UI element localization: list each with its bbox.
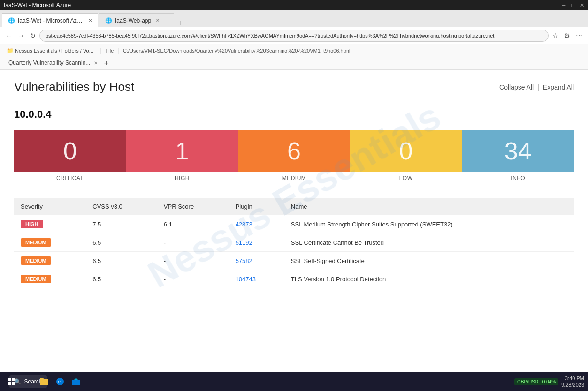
title-bar: IaaS-Wet - Microsoft Azure ─ □ ✕ (0, 0, 588, 10)
plugin-link-2[interactable]: 57582 (236, 257, 252, 264)
col-plugin: Plugin (229, 198, 284, 215)
bookmark-button[interactable]: ☆ (550, 31, 560, 40)
page-title: Vulnerabilities by Host (14, 80, 134, 94)
cell-name-1: SSL Certificate Cannot Be Trusted (284, 233, 574, 252)
cell-vpr-2: - (157, 252, 229, 270)
severity-badge-3: MEDIUM (21, 275, 51, 283)
browser-chrome: IaaS-Wet - Microsoft Azure ─ □ ✕ 🌐 IaaS-… (0, 0, 588, 70)
new-tab-button[interactable]: + (175, 19, 185, 27)
table-row: HIGH 7.5 6.1 42873 SSL Medium Strength C… (14, 215, 574, 233)
table-row: MEDIUM 6.5 - 104743 TLS Version 1.0 Prot… (14, 270, 574, 288)
info-box: 34 (462, 130, 574, 172)
address-bar-row: ← → ↻ ☆ ⚙ ⋯ (0, 27, 588, 44)
cell-plugin-0[interactable]: 42873 (229, 215, 284, 233)
low-count: 0 (399, 137, 413, 165)
table-header-row: Severity CVSS v3.0 VPR Score Plugin Name (14, 198, 574, 215)
cell-vpr-0: 6.1 (157, 215, 229, 233)
plugin-link-3[interactable]: 104743 (236, 276, 256, 283)
cell-cvss-3: 6.5 (86, 270, 157, 288)
table-row: MEDIUM 6.5 - 57582 SSL Self-Signed Certi… (14, 252, 574, 270)
severity-card-high: 1 HIGH (126, 130, 238, 184)
col-name: Name (284, 198, 574, 215)
severity-cards: 0 CRITICAL 1 HIGH 6 MEDIUM 0 LOW (14, 130, 574, 184)
forward-button[interactable]: → (16, 31, 26, 40)
cell-severity-2: MEDIUM (14, 252, 86, 270)
severity-card-info: 34 INFO (462, 130, 574, 184)
vulnerability-table: Severity CVSS v3.0 VPR Score Plugin Name… (14, 198, 574, 288)
sec-tab-0[interactable]: Quarterly Vulnerability Scannin... ✕ (4, 58, 102, 68)
critical-count: 0 (63, 137, 77, 165)
col-vpr: VPR Score (157, 198, 229, 215)
cell-vpr-3: - (157, 270, 229, 288)
host-ip: 10.0.0.4 (14, 108, 574, 120)
tab-bar: 🌐 IaaS-Wet - Microsoft Azure ✕ 🌐 IaaS-We… (0, 10, 588, 27)
bookmark-nessus[interactable]: 📁 Nessus Essentials / Folders / Vo... (4, 46, 96, 55)
extensions-button[interactable]: ⚙ (562, 31, 572, 40)
back-button[interactable]: ← (4, 31, 14, 40)
tab-close-inactive[interactable]: ✕ (156, 18, 160, 23)
tab-label-inactive: IaaS-Web-app (115, 17, 151, 24)
severity-card-low: 0 LOW (350, 130, 462, 184)
more-button[interactable]: ⋯ (574, 31, 584, 40)
tab-label-active: IaaS-Wet - Microsoft Azure (18, 17, 84, 24)
cell-name-3: TLS Version 1.0 Protocol Detection (284, 270, 574, 288)
tab-inactive[interactable]: 🌐 IaaS-Web-app ✕ (99, 13, 174, 27)
medium-box: 6 (238, 130, 350, 172)
sec-tab-close[interactable]: ✕ (94, 60, 98, 66)
severity-card-critical: 0 CRITICAL (14, 130, 126, 184)
high-count: 1 (175, 137, 189, 165)
table-body: HIGH 7.5 6.1 42873 SSL Medium Strength C… (14, 215, 574, 288)
medium-label: MEDIUM (282, 172, 306, 184)
tab-close-active[interactable]: ✕ (88, 18, 92, 23)
cell-name-0: SSL Medium Strength Cipher Suites Suppor… (284, 215, 574, 233)
sec-tab-label: Quarterly Vulnerability Scannin... (8, 60, 90, 66)
low-box: 0 (350, 130, 462, 172)
critical-box: 0 (14, 130, 126, 172)
file-indicator: File (106, 48, 114, 53)
plugin-link-1[interactable]: 51192 (236, 239, 252, 246)
info-label: INFO (511, 172, 525, 184)
cell-name-2: SSL Self-Signed Certificate (284, 252, 574, 270)
plugin-link-0[interactable]: 42873 (236, 221, 252, 228)
col-severity: Severity (14, 198, 86, 215)
main-content: Vulnerabilities by Host Collapse All | E… (0, 70, 588, 312)
severity-badge-2: MEDIUM (21, 256, 51, 265)
critical-label: CRITICAL (56, 172, 84, 184)
high-label: HIGH (175, 172, 190, 184)
header-controls: Collapse All | Expand All (499, 83, 574, 91)
cell-cvss-2: 6.5 (86, 252, 157, 270)
file-path: C:/Users/VM1-SEG/Downloads/Quarterly%20V… (123, 48, 350, 53)
bookmarks-bar: 📁 Nessus Essentials / Folders / Vo... | … (0, 44, 588, 57)
tab-active[interactable]: 🌐 IaaS-Wet - Microsoft Azure ✕ (2, 13, 98, 27)
expand-all-button[interactable]: Expand All (543, 83, 574, 91)
info-count: 34 (504, 137, 532, 165)
collapse-all-button[interactable]: Collapse All (499, 83, 534, 91)
table-row: MEDIUM 6.5 - 51192 SSL Certificate Canno… (14, 233, 574, 252)
host-section: 10.0.0.4 0 CRITICAL 1 HIGH 6 MEDIUM (14, 108, 574, 288)
controls-divider: | (537, 83, 539, 91)
page-header: Vulnerabilities by Host Collapse All | E… (14, 80, 574, 94)
cell-cvss-1: 6.5 (86, 233, 157, 252)
bookmark-label: Nessus Essentials / Folders / Vo... (15, 48, 93, 53)
cell-severity-0: HIGH (14, 215, 86, 233)
cell-plugin-3[interactable]: 104743 (229, 270, 284, 288)
low-label: LOW (399, 172, 413, 184)
secondary-tab-bar: Quarterly Vulnerability Scannin... ✕ + (0, 57, 588, 70)
reload-button[interactable]: ↻ (28, 31, 38, 40)
col-cvss: CVSS v3.0 (86, 198, 157, 215)
window-controls: ─ □ ✕ (562, 2, 584, 8)
cell-plugin-2[interactable]: 57582 (229, 252, 284, 270)
cell-plugin-1[interactable]: 51192 (229, 233, 284, 252)
severity-badge-0: HIGH (21, 220, 43, 228)
table-header: Severity CVSS v3.0 VPR Score Plugin Name (14, 198, 574, 215)
cell-severity-3: MEDIUM (14, 270, 86, 288)
cell-severity-1: MEDIUM (14, 233, 86, 252)
cell-vpr-1: - (157, 233, 229, 252)
severity-badge-1: MEDIUM (21, 238, 51, 247)
severity-card-medium: 6 MEDIUM (238, 130, 350, 184)
browser-title: IaaS-Wet - Microsoft Azure (4, 2, 71, 8)
address-input[interactable] (39, 30, 549, 42)
add-tab-button[interactable]: + (104, 59, 108, 68)
cell-cvss-0: 7.5 (86, 215, 157, 233)
high-box: 1 (126, 130, 238, 172)
